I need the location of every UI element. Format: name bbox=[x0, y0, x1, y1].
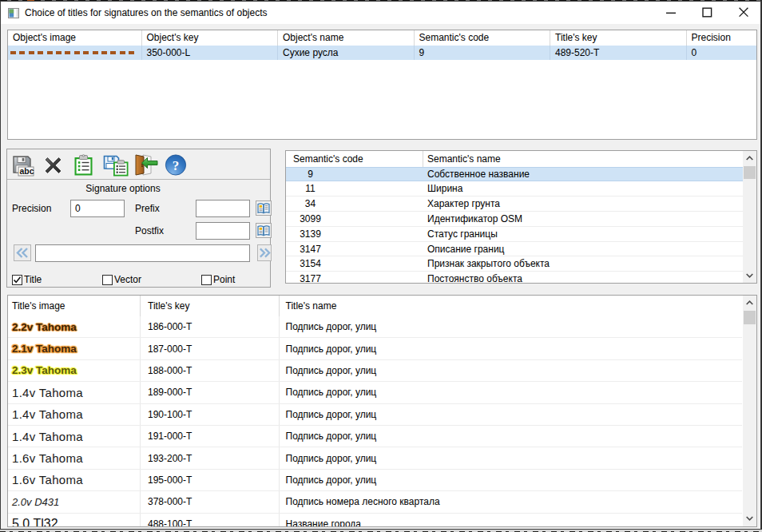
vector-checkbox[interactable] bbox=[102, 275, 113, 285]
exit-button exit-door-icon[interactable] bbox=[133, 154, 160, 176]
title-name-cell: Подпись дорог, улиц bbox=[280, 404, 743, 425]
semantics-table: Semantic's code Semantic's name 9Собстве… bbox=[285, 150, 757, 284]
chevron-up-icon bbox=[746, 300, 753, 305]
column-header-titles-name[interactable]: Title's name bbox=[280, 296, 743, 316]
point-checkbox[interactable] bbox=[201, 275, 212, 285]
objects-table-selected-row[interactable]: 350-000-LСухие русла9489-520-T0 bbox=[8, 46, 756, 60]
title-row[interactable]: 2.2v Tahoma186-000-TПодпись дорог, улиц bbox=[8, 316, 742, 338]
column-header[interactable]: Title's key bbox=[550, 30, 687, 46]
column-header[interactable]: Object's name bbox=[278, 30, 415, 46]
title-row[interactable]: 2.3v Tahoma188-000-TПодпись дорог, улиц bbox=[8, 360, 742, 382]
title-image-cell: 2.2v Tahoma bbox=[8, 316, 141, 337]
postfix-input[interactable] bbox=[196, 222, 250, 240]
semantic-name-cell: Постоянство объекта bbox=[423, 272, 744, 283]
column-header[interactable]: Semantic's code bbox=[415, 30, 551, 46]
semantic-row[interactable]: 3154Признак закрытого объекта bbox=[286, 257, 744, 272]
column-header-titles-image[interactable]: Title's image bbox=[8, 296, 141, 316]
semantics-scrollbar[interactable] bbox=[743, 151, 756, 283]
search-next-button[interactable] bbox=[257, 244, 272, 261]
scroll-up-button[interactable] bbox=[743, 151, 756, 165]
column-header[interactable]: Object's key bbox=[142, 30, 279, 46]
title-row[interactable]: 2.1v Tahoma187-000-TПодпись дорог, улиц bbox=[8, 338, 742, 359]
title-row[interactable]: 1.4v Tahoma190-100-TПодпись дорог, улиц bbox=[8, 404, 742, 426]
scroll-thumb[interactable] bbox=[744, 166, 756, 179]
save-list-button floppy-clipboard-icon[interactable] bbox=[103, 154, 129, 177]
scroll-down-button[interactable] bbox=[743, 269, 756, 283]
semantic-name-cell: Признак закрытого объекта bbox=[423, 257, 744, 272]
prefix-dictionary-button[interactable] bbox=[256, 200, 272, 216]
title-row[interactable]: 2.0v D431378-000-TПодпись номера лесного… bbox=[8, 491, 742, 513]
search-input[interactable] bbox=[35, 244, 250, 262]
title-key-cell: 195-000-T bbox=[141, 470, 280, 490]
title-key-cell: 188-000-T bbox=[141, 360, 280, 381]
title-row[interactable]: 5.0 Tl32488-100-TНазвание города bbox=[8, 514, 742, 527]
save-signature-button floppy-abc-icon[interactable]: abc bbox=[12, 155, 34, 177]
chevron-down-icon bbox=[746, 516, 753, 521]
column-header-label: Object's image bbox=[13, 32, 76, 43]
double-chevron-left-icon bbox=[16, 248, 29, 258]
semantic-code-cell: 3099 bbox=[286, 212, 423, 226]
object-cell: Сухие русла bbox=[278, 46, 415, 60]
column-header[interactable]: Precision bbox=[687, 30, 757, 46]
semantic-row[interactable]: 3147Описание границ bbox=[286, 242, 744, 257]
chevron-down-icon bbox=[746, 273, 753, 278]
semantic-row[interactable]: 9Собственное название bbox=[286, 167, 744, 182]
column-header-label: Object's name bbox=[283, 32, 343, 43]
close-button[interactable] bbox=[733, 2, 754, 25]
title-image-cell: 2.3v Tahoma bbox=[8, 360, 141, 381]
maximize-button[interactable] bbox=[697, 2, 717, 25]
title-row[interactable]: 1.4v Tahoma191-000-TПодпись дорог, улиц bbox=[8, 426, 742, 447]
delete-button delete-cross-icon[interactable] bbox=[43, 156, 63, 175]
title-image-cell: 5.0 Tl32 bbox=[8, 514, 141, 527]
postfix-dictionary-button[interactable] bbox=[256, 223, 272, 238]
title-key-cell: 189-000-T bbox=[141, 382, 280, 403]
search-prev-button[interactable] bbox=[14, 244, 31, 261]
title-row[interactable]: 1.4v Tahoma189-000-TПодпись дорог, улиц bbox=[8, 382, 742, 403]
semantic-code-cell: 9 bbox=[286, 168, 423, 181]
title-row[interactable]: 1.6v Tahoma193-200-TПодпись дорог, улиц bbox=[8, 447, 742, 469]
title-row[interactable]: 1.6v Tahoma195-000-TПодпись дорог, улиц bbox=[8, 470, 742, 491]
vector-checkbox-label: Vector bbox=[114, 274, 141, 285]
title-name-cell: Подпись номера лесного квартала bbox=[280, 491, 743, 512]
title-image-cell: 2.0v D431 bbox=[8, 491, 141, 512]
semantic-row[interactable]: 11Ширина bbox=[286, 182, 744, 197]
scroll-up-button[interactable] bbox=[743, 296, 756, 309]
double-chevron-right-icon bbox=[259, 248, 271, 258]
scroll-thumb[interactable] bbox=[744, 311, 756, 324]
help-button help-icon[interactable]: ? bbox=[165, 154, 187, 176]
titles-table-header: Title's image Title's key Title's name bbox=[8, 296, 742, 316]
svg-text:?: ? bbox=[173, 158, 180, 173]
precision-label: Precision bbox=[12, 203, 51, 214]
point-checkbox-label: Point bbox=[213, 274, 235, 285]
minimize-button[interactable] bbox=[661, 2, 681, 25]
title-checkbox-label: Title bbox=[24, 274, 42, 285]
title-name-cell: Подпись дорог, улиц bbox=[280, 316, 743, 337]
title-bar[interactable]: Choice of titles for signatures on the s… bbox=[1, 2, 760, 24]
precision-input[interactable] bbox=[70, 200, 125, 217]
semantic-row[interactable]: 3177Постоянство объекта bbox=[286, 272, 744, 283]
column-header[interactable]: Object's image bbox=[8, 30, 142, 46]
object-cell: 350-000-L bbox=[142, 46, 279, 60]
title-name-cell: Подпись дорог, улиц bbox=[280, 426, 743, 447]
signature-panel: abc bbox=[6, 149, 271, 288]
column-header-semantic-code[interactable]: Semantic's code bbox=[286, 151, 423, 167]
postfix-label: Postfix bbox=[135, 225, 164, 236]
check-icon bbox=[13, 276, 22, 284]
object-cell: 9 bbox=[415, 46, 551, 60]
title-checkbox[interactable] bbox=[12, 275, 22, 285]
semantic-code-cell: 3147 bbox=[286, 242, 423, 256]
titles-scrollbar[interactable] bbox=[743, 296, 756, 526]
column-header-semantic-name[interactable]: Semantic's name bbox=[423, 151, 744, 167]
semantic-row[interactable]: 34Характер грунта bbox=[286, 197, 744, 212]
scroll-down-button[interactable] bbox=[743, 512, 756, 526]
semantic-row[interactable]: 3139Статус границы bbox=[286, 227, 744, 242]
semantic-code-cell: 34 bbox=[286, 197, 423, 211]
semantic-code-cell: 3177 bbox=[286, 272, 423, 283]
column-header-titles-key[interactable]: Title's key bbox=[141, 296, 280, 316]
title-key-cell: 488-100-T bbox=[141, 514, 280, 527]
list-button clipboard-list-icon[interactable] bbox=[73, 154, 94, 177]
column-header-label: Object's key bbox=[147, 32, 199, 43]
semantic-name-cell: Характер грунта bbox=[423, 197, 744, 211]
semantic-row[interactable]: 3099Идентификатор OSM bbox=[286, 212, 744, 227]
prefix-input[interactable] bbox=[196, 200, 250, 217]
